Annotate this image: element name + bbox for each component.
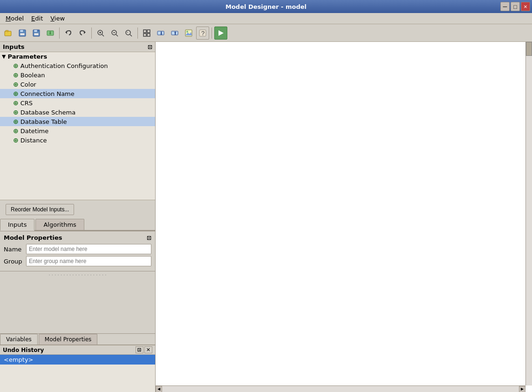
svg-rect-23 bbox=[143, 30, 146, 33]
undo-close-icon[interactable]: ✕ bbox=[144, 346, 152, 353]
scroll-thumb-vertical[interactable] bbox=[526, 42, 532, 56]
tab-algorithms[interactable]: Algorithms bbox=[35, 219, 84, 230]
undo-history-controls: ⊡ ✕ bbox=[136, 346, 152, 353]
open-button[interactable] bbox=[2, 27, 15, 40]
snap-button[interactable] bbox=[140, 27, 153, 40]
svg-text:⬆: ⬆ bbox=[173, 31, 177, 36]
tree-item-connection-name[interactable]: ⊕ Connection Name bbox=[0, 89, 155, 98]
undo-list: <empty> bbox=[0, 355, 155, 392]
tab-model-properties[interactable]: Model Properties bbox=[39, 334, 98, 345]
reorder-model-inputs-button[interactable]: Reorder Model Inputs... bbox=[6, 204, 74, 215]
tree-icon-color: ⊕ bbox=[13, 81, 19, 88]
menu-view[interactable]: View bbox=[47, 14, 68, 23]
toolbar-separator-2 bbox=[91, 27, 92, 39]
titlebar: Model Designer - model — □ ✕ bbox=[0, 0, 532, 13]
toolbar-separator-4 bbox=[211, 27, 212, 39]
maximize-button[interactable]: □ bbox=[511, 2, 520, 11]
left-panel: Inputs ⊡ ▼ Parameters ⊕ Authentication C… bbox=[0, 42, 156, 392]
export-image-button[interactable] bbox=[182, 27, 195, 40]
close-button[interactable]: ✕ bbox=[521, 2, 530, 11]
inputs-collapse-icon[interactable]: ⊡ bbox=[148, 44, 152, 50]
save-as-button[interactable]: + bbox=[30, 27, 43, 40]
undo-button[interactable] bbox=[62, 27, 75, 40]
group-label: Group bbox=[4, 258, 26, 265]
add-output-button[interactable]: ⬆ bbox=[168, 27, 181, 40]
save-button[interactable] bbox=[16, 27, 29, 40]
svg-text:?: ? bbox=[201, 30, 205, 37]
tree-item-datetime[interactable]: ⊕ Datetime bbox=[0, 126, 155, 135]
svg-rect-6 bbox=[34, 30, 37, 32]
scroll-track-horizontal[interactable] bbox=[162, 386, 519, 392]
model-group-input[interactable] bbox=[26, 256, 151, 266]
tree-parameters-label: Parameters bbox=[7, 53, 47, 60]
help-button[interactable]: ? bbox=[196, 27, 209, 40]
model-properties-section: Model Properties ⊡ Name Group bbox=[0, 231, 155, 271]
undo-restore-icon[interactable]: ⊡ bbox=[136, 346, 143, 353]
svg-text:*: * bbox=[127, 31, 128, 34]
model-name-input[interactable] bbox=[26, 244, 151, 254]
svg-rect-25 bbox=[143, 34, 146, 36]
minimize-button[interactable]: — bbox=[500, 2, 510, 11]
zoom-in-button[interactable] bbox=[94, 27, 107, 40]
tree-label-crs: CRS bbox=[20, 100, 33, 107]
tree-label-boolean: Boolean bbox=[20, 72, 45, 79]
scroll-arrow-left[interactable]: ◀ bbox=[156, 386, 162, 392]
svg-rect-7 bbox=[34, 33, 39, 35]
tree-item-crs[interactable]: ⊕ CRS bbox=[0, 98, 155, 108]
name-row: Name bbox=[4, 244, 151, 254]
run-model-button[interactable] bbox=[214, 27, 227, 40]
model-properties-collapse-icon[interactable]: ⊡ bbox=[147, 235, 151, 241]
inputs-label: Inputs bbox=[3, 43, 25, 50]
scroll-arrow-right[interactable]: ▶ bbox=[519, 386, 525, 392]
tree-label-database-schema: Database Schema bbox=[20, 109, 75, 116]
canvas-scrollbar-horizontal[interactable]: ◀ ▶ bbox=[156, 385, 525, 392]
splitter: · · · · · · · · · · · · · · · · · · · · bbox=[0, 271, 155, 278]
tab-inputs[interactable]: Inputs bbox=[0, 219, 34, 231]
undo-history-header: Undo History ⊡ ✕ bbox=[0, 345, 155, 355]
svg-rect-24 bbox=[147, 30, 150, 33]
tree-item-boolean[interactable]: ⊕ Boolean bbox=[0, 70, 155, 80]
left-panel-spacer: · · · · · · · · · · · · · · · · · · · · bbox=[0, 271, 155, 333]
toolbar: + ⬇ * ⬇ ⬆ ? bbox=[0, 24, 532, 42]
tree-icon-database-schema: ⊕ bbox=[13, 108, 19, 116]
toolbar-separator-3 bbox=[137, 27, 138, 39]
menu-edit[interactable]: Edit bbox=[27, 14, 47, 23]
tree-item-database-table[interactable]: ⊕ Database Table bbox=[0, 117, 155, 126]
tree-icon-connection-name: ⊕ bbox=[13, 90, 19, 97]
undo-history-section: Undo History ⊡ ✕ <empty> bbox=[0, 345, 155, 392]
tree-icon-boolean: ⊕ bbox=[13, 71, 19, 79]
tab-bar: Inputs Algorithms bbox=[0, 219, 155, 231]
svg-rect-26 bbox=[147, 34, 150, 36]
menubar: Model Edit View bbox=[0, 13, 532, 24]
svg-rect-4 bbox=[20, 33, 25, 35]
reorder-section: Reorder Model Inputs... bbox=[0, 200, 155, 219]
menu-model[interactable]: Model bbox=[2, 14, 27, 23]
zoom-out-button[interactable] bbox=[108, 27, 121, 40]
tree-label-database-table: Database Table bbox=[20, 118, 67, 125]
svg-rect-1 bbox=[6, 30, 8, 32]
svg-text:⬇: ⬇ bbox=[48, 31, 52, 35]
zoom-actual-button[interactable]: * bbox=[122, 27, 135, 40]
tab-variables[interactable]: Variables bbox=[0, 334, 38, 345]
tree-icon-auth-config: ⊕ bbox=[13, 62, 19, 69]
svg-line-19 bbox=[116, 34, 118, 36]
tree-item-color[interactable]: ⊕ Color bbox=[0, 80, 155, 89]
import-model-button[interactable]: ⬇ bbox=[44, 27, 57, 40]
tree-parameters-root[interactable]: ▼ Parameters bbox=[0, 52, 155, 61]
tree-icon-distance: ⊕ bbox=[13, 136, 19, 144]
tree-label-auth-config: Authentication Configuration bbox=[20, 62, 108, 69]
tree-item-distance[interactable]: ⊕ Distance bbox=[0, 135, 155, 145]
svg-text:+: + bbox=[37, 29, 39, 33]
bottom-tab-bar: Variables Model Properties bbox=[0, 333, 155, 345]
bottom-tabs-area: Variables Model Properties bbox=[0, 333, 155, 345]
tree-item-auth-config[interactable]: ⊕ Authentication Configuration bbox=[0, 61, 155, 70]
name-label: Name bbox=[4, 246, 26, 253]
redo-button[interactable] bbox=[76, 27, 89, 40]
undo-item-empty[interactable]: <empty> bbox=[0, 355, 155, 365]
canvas-scrollbar-vertical[interactable] bbox=[525, 42, 532, 385]
tree-item-database-schema[interactable]: ⊕ Database Schema bbox=[0, 108, 155, 117]
tree-icon-datetime: ⊕ bbox=[13, 127, 19, 135]
toolbar-separator-1 bbox=[59, 27, 60, 39]
add-input-button[interactable]: ⬇ bbox=[154, 27, 167, 40]
tree-arrow-parameters: ▼ bbox=[2, 54, 6, 60]
